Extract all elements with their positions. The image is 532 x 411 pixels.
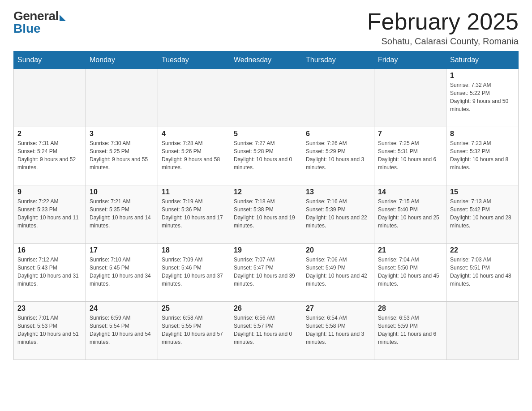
calendar-week-3: 9Sunrise: 7:22 AM Sunset: 5:33 PM Daylig… bbox=[14, 185, 519, 244]
day-number: 28 bbox=[378, 304, 442, 313]
day-number: 2 bbox=[17, 130, 82, 138]
day-number: 20 bbox=[306, 246, 370, 254]
calendar-cell: 19Sunrise: 7:07 AM Sunset: 5:47 PM Dayli… bbox=[230, 244, 302, 302]
day-number: 11 bbox=[162, 188, 226, 196]
day-info: Sunrise: 7:22 AM Sunset: 5:33 PM Dayligh… bbox=[17, 197, 82, 230]
day-info: Sunrise: 6:56 AM Sunset: 5:57 PM Dayligh… bbox=[234, 314, 298, 346]
day-info: Sunrise: 7:21 AM Sunset: 5:35 PM Dayligh… bbox=[90, 197, 154, 230]
calendar-cell bbox=[14, 69, 86, 127]
day-number: 8 bbox=[450, 130, 515, 138]
calendar-cell: 9Sunrise: 7:22 AM Sunset: 5:33 PM Daylig… bbox=[14, 185, 86, 244]
calendar-table: SundayMondayTuesdayWednesdayThursdayFrid… bbox=[13, 51, 519, 360]
day-info: Sunrise: 7:23 AM Sunset: 5:32 PM Dayligh… bbox=[450, 139, 515, 171]
day-number: 24 bbox=[90, 304, 154, 313]
calendar-header: SundayMondayTuesdayWednesdayThursdayFrid… bbox=[14, 51, 519, 69]
day-info: Sunrise: 7:13 AM Sunset: 5:42 PM Dayligh… bbox=[450, 197, 515, 230]
weekday-header-sunday: Sunday bbox=[14, 51, 86, 69]
calendar-cell: 16Sunrise: 7:12 AM Sunset: 5:43 PM Dayli… bbox=[14, 244, 86, 302]
day-info: Sunrise: 7:16 AM Sunset: 5:39 PM Dayligh… bbox=[306, 197, 370, 230]
page-header: General Blue February 2025 Sohatu, Calar… bbox=[13, 9, 519, 47]
day-number: 25 bbox=[162, 304, 226, 313]
calendar-cell bbox=[302, 69, 374, 127]
calendar-cell: 10Sunrise: 7:21 AM Sunset: 5:35 PM Dayli… bbox=[86, 185, 158, 244]
weekday-header-tuesday: Tuesday bbox=[158, 51, 230, 69]
day-number: 3 bbox=[90, 130, 154, 138]
day-info: Sunrise: 7:19 AM Sunset: 5:36 PM Dayligh… bbox=[162, 197, 226, 230]
calendar-week-5: 23Sunrise: 7:01 AM Sunset: 5:53 PM Dayli… bbox=[14, 302, 519, 360]
weekday-header-wednesday: Wednesday bbox=[230, 51, 302, 69]
calendar-cell: 8Sunrise: 7:23 AM Sunset: 5:32 PM Daylig… bbox=[446, 127, 519, 185]
day-info: Sunrise: 6:53 AM Sunset: 5:59 PM Dayligh… bbox=[378, 314, 442, 346]
day-number: 9 bbox=[17, 188, 82, 196]
calendar-cell: 27Sunrise: 6:54 AM Sunset: 5:58 PM Dayli… bbox=[302, 302, 374, 360]
day-info: Sunrise: 7:10 AM Sunset: 5:45 PM Dayligh… bbox=[90, 256, 154, 288]
calendar-cell bbox=[446, 302, 519, 360]
calendar-cell: 12Sunrise: 7:18 AM Sunset: 5:38 PM Dayli… bbox=[230, 185, 302, 244]
calendar-cell bbox=[230, 69, 302, 127]
calendar-cell: 11Sunrise: 7:19 AM Sunset: 5:36 PM Dayli… bbox=[158, 185, 230, 244]
calendar-cell bbox=[86, 69, 158, 127]
day-info: Sunrise: 7:27 AM Sunset: 5:28 PM Dayligh… bbox=[234, 139, 298, 171]
day-number: 15 bbox=[450, 188, 515, 196]
day-number: 18 bbox=[162, 246, 226, 254]
day-number: 19 bbox=[234, 246, 298, 254]
day-number: 5 bbox=[234, 130, 298, 138]
calendar-cell: 23Sunrise: 7:01 AM Sunset: 5:53 PM Dayli… bbox=[14, 302, 86, 360]
logo: General Blue bbox=[13, 9, 66, 36]
calendar-cell: 7Sunrise: 7:25 AM Sunset: 5:31 PM Daylig… bbox=[374, 127, 446, 185]
day-info: Sunrise: 7:12 AM Sunset: 5:43 PM Dayligh… bbox=[17, 256, 82, 288]
day-number: 12 bbox=[234, 188, 298, 196]
day-info: Sunrise: 7:09 AM Sunset: 5:46 PM Dayligh… bbox=[162, 256, 226, 288]
day-info: Sunrise: 6:59 AM Sunset: 5:54 PM Dayligh… bbox=[90, 314, 154, 346]
day-info: Sunrise: 7:31 AM Sunset: 5:24 PM Dayligh… bbox=[17, 139, 82, 171]
day-number: 10 bbox=[90, 188, 154, 196]
day-info: Sunrise: 7:18 AM Sunset: 5:38 PM Dayligh… bbox=[234, 197, 298, 230]
day-number: 22 bbox=[450, 246, 515, 254]
day-number: 26 bbox=[234, 304, 298, 313]
day-number: 7 bbox=[378, 130, 442, 138]
calendar-week-2: 2Sunrise: 7:31 AM Sunset: 5:24 PM Daylig… bbox=[14, 127, 519, 185]
day-number: 23 bbox=[17, 304, 82, 313]
day-info: Sunrise: 7:04 AM Sunset: 5:50 PM Dayligh… bbox=[378, 256, 442, 288]
weekday-header-monday: Monday bbox=[86, 51, 158, 69]
day-number: 17 bbox=[90, 246, 154, 254]
weekday-header-saturday: Saturday bbox=[446, 51, 519, 69]
day-number: 1 bbox=[450, 72, 515, 80]
calendar-cell: 4Sunrise: 7:28 AM Sunset: 5:26 PM Daylig… bbox=[158, 127, 230, 185]
calendar-cell bbox=[158, 69, 230, 127]
day-info: Sunrise: 7:28 AM Sunset: 5:26 PM Dayligh… bbox=[162, 139, 226, 171]
calendar-cell: 1Sunrise: 7:32 AM Sunset: 5:22 PM Daylig… bbox=[446, 69, 519, 127]
calendar-cell: 5Sunrise: 7:27 AM Sunset: 5:28 PM Daylig… bbox=[230, 127, 302, 185]
calendar-cell: 2Sunrise: 7:31 AM Sunset: 5:24 PM Daylig… bbox=[14, 127, 86, 185]
day-number: 16 bbox=[17, 246, 82, 254]
calendar-cell: 24Sunrise: 6:59 AM Sunset: 5:54 PM Dayli… bbox=[86, 302, 158, 360]
day-info: Sunrise: 7:07 AM Sunset: 5:47 PM Dayligh… bbox=[234, 256, 298, 288]
day-info: Sunrise: 6:58 AM Sunset: 5:55 PM Dayligh… bbox=[162, 314, 226, 346]
logo-blue-text: Blue bbox=[13, 21, 41, 36]
calendar-week-1: 1Sunrise: 7:32 AM Sunset: 5:22 PM Daylig… bbox=[14, 69, 519, 127]
calendar-week-4: 16Sunrise: 7:12 AM Sunset: 5:43 PM Dayli… bbox=[14, 244, 519, 302]
calendar-cell: 6Sunrise: 7:26 AM Sunset: 5:29 PM Daylig… bbox=[302, 127, 374, 185]
day-number: 13 bbox=[306, 188, 370, 196]
calendar-cell: 18Sunrise: 7:09 AM Sunset: 5:46 PM Dayli… bbox=[158, 244, 230, 302]
calendar-cell: 17Sunrise: 7:10 AM Sunset: 5:45 PM Dayli… bbox=[86, 244, 158, 302]
calendar-cell: 25Sunrise: 6:58 AM Sunset: 5:55 PM Dayli… bbox=[158, 302, 230, 360]
day-number: 21 bbox=[378, 246, 442, 254]
day-info: Sunrise: 6:54 AM Sunset: 5:58 PM Dayligh… bbox=[306, 314, 370, 346]
calendar-cell: 20Sunrise: 7:06 AM Sunset: 5:49 PM Dayli… bbox=[302, 244, 374, 302]
location-title: Sohatu, Calarasi County, Romania bbox=[367, 36, 519, 47]
day-info: Sunrise: 7:30 AM Sunset: 5:25 PM Dayligh… bbox=[90, 139, 154, 171]
calendar-cell: 13Sunrise: 7:16 AM Sunset: 5:39 PM Dayli… bbox=[302, 185, 374, 244]
calendar-cell: 22Sunrise: 7:03 AM Sunset: 5:51 PM Dayli… bbox=[446, 244, 519, 302]
calendar-cell: 3Sunrise: 7:30 AM Sunset: 5:25 PM Daylig… bbox=[86, 127, 158, 185]
weekday-header-row: SundayMondayTuesdayWednesdayThursdayFrid… bbox=[14, 51, 519, 69]
day-number: 14 bbox=[378, 188, 442, 196]
day-info: Sunrise: 7:32 AM Sunset: 5:22 PM Dayligh… bbox=[450, 81, 515, 113]
day-number: 4 bbox=[162, 130, 226, 138]
day-info: Sunrise: 7:15 AM Sunset: 5:40 PM Dayligh… bbox=[378, 197, 442, 230]
day-info: Sunrise: 7:06 AM Sunset: 5:49 PM Dayligh… bbox=[306, 256, 370, 288]
day-info: Sunrise: 7:01 AM Sunset: 5:53 PM Dayligh… bbox=[17, 314, 82, 346]
day-number: 27 bbox=[306, 304, 370, 313]
calendar-cell: 15Sunrise: 7:13 AM Sunset: 5:42 PM Dayli… bbox=[446, 185, 519, 244]
day-info: Sunrise: 7:03 AM Sunset: 5:51 PM Dayligh… bbox=[450, 256, 515, 288]
